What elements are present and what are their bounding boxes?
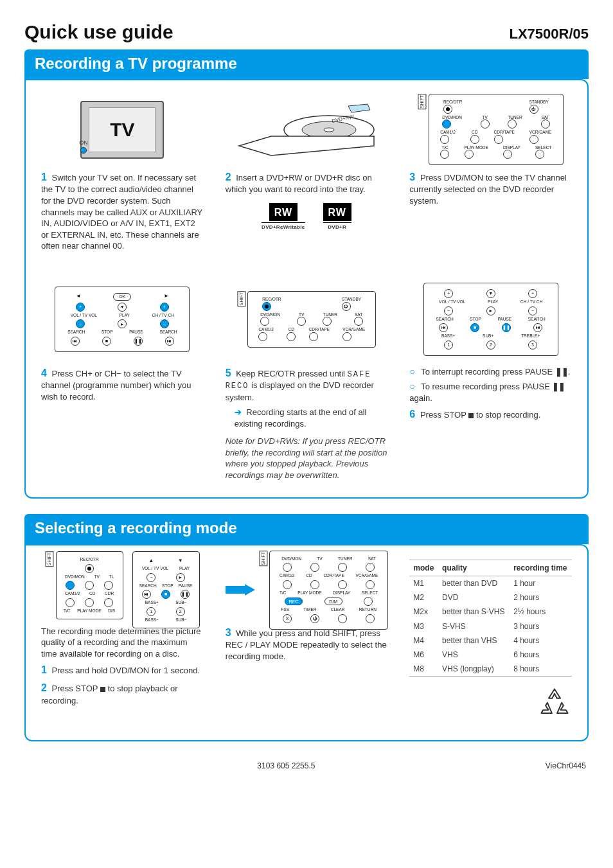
page-model: LX7500R/05 [509, 24, 589, 44]
tip2-line: ○ To resume recording press PAUSE ❚❚ aga… [409, 381, 572, 403]
vol-minus-icon: − [76, 319, 85, 328]
lbl-tv2: TV [297, 313, 306, 317]
stop-glyph-2 [100, 687, 105, 692]
lbl-cd3: CD [89, 592, 95, 596]
lbl-tuner: TUNER [508, 116, 522, 120]
pause-icon: ❚❚ [134, 337, 143, 346]
lbl-search-l2: SEARCH [436, 317, 454, 322]
lbl-vcr: VCR/GAME [529, 130, 552, 135]
s2-step3-body: While you press and hold SHIFT, press RE… [226, 628, 387, 661]
svg-marker-4 [226, 584, 255, 596]
table-row: M3S-VHS3 hours [409, 619, 572, 633]
standby-icon-2: ⏻ [342, 302, 351, 311]
lbl-standby2: STANDBY [342, 297, 361, 302]
page-title: Quick use guide [24, 19, 173, 46]
bullet-icon-2: ○ [409, 381, 414, 391]
rw-r-label: DVD+R [323, 224, 351, 231]
remote-illustration-2: + ▼ + VOL / TV VOL PLAY CH / TV CH − ► − [409, 278, 572, 361]
step3-body: Press DVD/MON to see the TV channel curr… [409, 173, 567, 206]
th-quality: quality [438, 560, 510, 576]
cam-button-icon [440, 135, 449, 144]
recording-modes-table: mode quality recording time M1better tha… [409, 560, 572, 677]
lbl-cam2: CAM1/2 [258, 328, 273, 332]
s2-colA: SHIFT REC/OTR DVD/MON TV TL CAM1/2 [41, 560, 204, 723]
step1-num: 1 [41, 172, 47, 182]
pause-hi-icon: ❚❚ [502, 323, 511, 332]
rec-button-hi-icon [262, 302, 271, 311]
remote-illustration-1: ◄ OK ► + ▼ + VOL / TV VOL PLAY CH / TV C… [41, 278, 204, 361]
shift-label-4: SHIFT [259, 551, 267, 566]
lbl-rec2: REC/OTR [262, 297, 281, 302]
lbl-tv3: TV [94, 575, 99, 580]
ffw-icon: ⏭ [165, 337, 174, 346]
step5-arrow-text: Recording starts at the end of all exist… [235, 407, 367, 429]
recycle-icon [409, 686, 572, 723]
play-arrow-icon: ► [118, 319, 127, 328]
lbl-cd2: CD [287, 328, 296, 332]
step3-text: 3 Press DVD/MON to see the TV channel cu… [409, 170, 572, 207]
ch-plus-icon: + [160, 303, 169, 312]
rew-icon-2: ⏮ [439, 323, 448, 332]
right-arrow-icon: ► [164, 293, 169, 300]
cdr-button-icon [494, 135, 503, 144]
lbl-search-l: SEARCH [67, 330, 85, 335]
page-footer: 3103 605 2255.5 VieChr0445 [24, 757, 589, 771]
tv-on-dot-icon [80, 147, 87, 154]
lbl-play3: PLAY [179, 567, 190, 571]
vol-plus-icon-2: + [444, 289, 453, 298]
lbl-cam3: CAM1/2 [65, 592, 80, 596]
s2-step2-num: 2 [41, 682, 47, 693]
dvdmon-button-icon [442, 120, 451, 128]
lbl-tc3: T/C [64, 609, 70, 614]
tv-button-icon [481, 120, 490, 128]
section2-title: Selecting a recording mode [24, 514, 589, 544]
step1-body: Switch your TV set on. If necessary set … [41, 173, 202, 251]
s2-step3: 3 While you press and hold SHIFT, press … [226, 626, 388, 662]
tip2b: again. [409, 393, 432, 403]
rec-icon-3 [85, 564, 94, 573]
panel-illustration-1: SHIFT REC/OTR STANDBY⏻ DVD/MON TV TUNER … [409, 94, 572, 165]
s1-col5: SHIFT REC/OTR STANDBY⏻ DVD/MON TV TUNER … [226, 278, 388, 481]
rec-playmode-hi-icon: REC [285, 598, 303, 605]
tip1-line: ○ To interrupt recording press PAUSE ❚❚. [409, 366, 572, 378]
cdr-icon-2 [309, 332, 318, 341]
tuner-button-icon [508, 120, 517, 128]
s1-col6: + ▼ + VOL / TV VOL PLAY CH / TV CH − ► − [409, 278, 572, 481]
down-arrow-icon-2: ▼ [486, 289, 495, 298]
step4-body: Press CH+ or CH− to select the TV channe… [41, 369, 191, 402]
lbl-chtv: CH / TV CH [152, 314, 174, 318]
tip1b: . [568, 367, 571, 376]
sat-button-icon [541, 120, 550, 128]
svg-point-2 [324, 128, 334, 132]
lbl-voltv: VOL / TV VOL [71, 314, 97, 318]
rw-rewritable-label: DVD+ReWritable [262, 224, 305, 231]
rw-rewritable-icon: RW [269, 203, 298, 221]
standby-button-icon: ⏻ [529, 105, 538, 114]
lbl-cam: CAM1/2 [440, 130, 455, 135]
shift-label-3: SHIFT [45, 551, 53, 567]
footer-center: 3103 605 2255.5 [257, 761, 315, 771]
lbl-cd: CD [470, 130, 479, 135]
sat-icon-2 [354, 317, 363, 326]
table-row: M4better than VHS4 hours [409, 633, 572, 648]
ch-plus-icon-2: + [528, 289, 537, 298]
section1-title: Recording a TV programme [24, 49, 589, 79]
rw-badges: RW DVD+ReWritable RW DVD+R [226, 203, 388, 231]
cd-button-icon [470, 135, 479, 144]
rw-r-icon: RW [323, 203, 351, 221]
s1-col1: TV ON 1 Switch your TV set on. If necess… [41, 94, 204, 252]
stop-hi-icon-2: ■ [161, 590, 170, 599]
table-row: M6VHS6 hours [409, 648, 572, 662]
lbl-subp: SUB+ [483, 334, 493, 339]
cam-icon-2 [258, 332, 267, 341]
step1-text: 1 Switch your TV set on. If necessary se… [41, 170, 204, 252]
lbl-fss: FSS [281, 608, 289, 612]
lbl-stop2: STOP [470, 317, 481, 322]
step4-text: 4 Press CH+ or CH− to select the TV chan… [41, 366, 204, 403]
lbl-playmode: PLAY MODE [465, 146, 488, 150]
dvdmon-hi-icon [66, 581, 75, 590]
step3-num: 3 [409, 172, 415, 182]
lbl-bassp: BASS+ [441, 334, 455, 339]
rew-icon: ⏮ [71, 337, 80, 346]
footer-right: VieChr0445 [546, 761, 586, 771]
